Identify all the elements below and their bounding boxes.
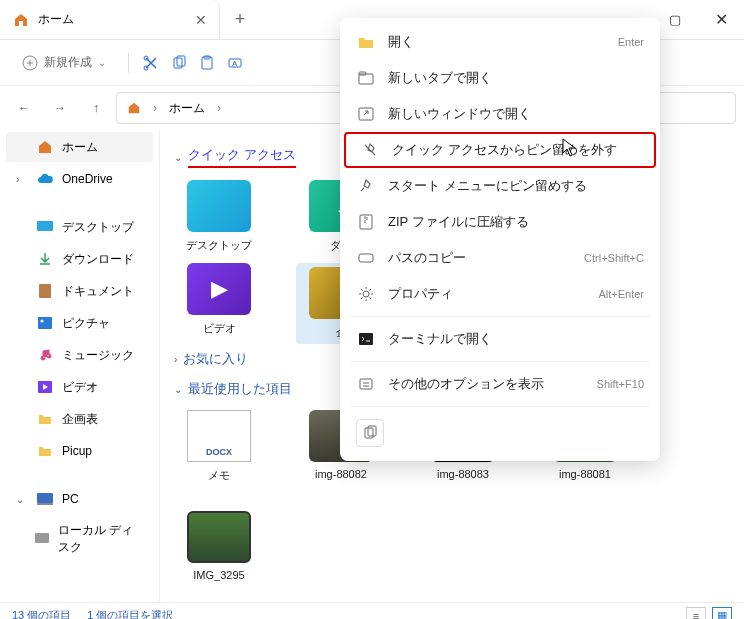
svg-point-13 (41, 320, 44, 323)
rename-icon[interactable]: A (225, 53, 245, 73)
file-item[interactable]: DOCX メモ (174, 410, 264, 483)
sidebar-item-home[interactable]: ホーム (6, 132, 153, 162)
properties-icon (356, 284, 376, 304)
forward-button[interactable]: → (44, 92, 76, 124)
sidebar-item-documents[interactable]: ドキュメント (6, 276, 153, 306)
home-icon (12, 11, 30, 29)
ctx-copy-path[interactable]: パスのコピー Ctrl+Shift+C (340, 240, 660, 276)
disk-icon (34, 530, 50, 548)
svg-rect-20 (359, 108, 373, 120)
sidebar-item-label: ビデオ (62, 379, 98, 396)
breadcrumb-label[interactable]: ホーム (169, 100, 205, 117)
tab-close-icon[interactable]: ✕ (195, 12, 207, 28)
chevron-right-icon: › (174, 354, 177, 365)
svg-rect-22 (359, 254, 373, 262)
sidebar-item-downloads[interactable]: ダウンロード (6, 244, 153, 274)
folder-icon (36, 410, 54, 428)
sidebar-item-label: ダウンロード (62, 251, 134, 268)
ctx-properties[interactable]: プロパティ Alt+Enter (340, 276, 660, 312)
file-item[interactable]: IMG_3295 (174, 511, 264, 581)
sidebar-item-folder[interactable]: 企画表 (6, 404, 153, 434)
open-folder-icon (356, 32, 376, 52)
sidebar-item-label: 企画表 (62, 411, 98, 428)
item-count: 13 個の項目 (12, 608, 71, 619)
zip-icon (356, 212, 376, 232)
chevron-right-icon[interactable]: › (16, 174, 28, 185)
sidebar: ホーム › OneDrive デスクトップ ダウンロード ドキュメント ピクチャ (0, 130, 160, 602)
more-options-icon (356, 374, 376, 394)
tab-title: ホーム (38, 11, 74, 28)
new-item-button[interactable]: 新規作成 ⌄ (12, 48, 116, 77)
icons-view-button[interactable]: ▦ (712, 607, 732, 620)
context-menu: 開く Enter 新しいタブで開く 新しいウィンドウで開く クイック アクセスか… (340, 18, 660, 461)
back-button[interactable]: ← (8, 92, 40, 124)
sidebar-item-disk[interactable]: ローカル ディスク (6, 516, 153, 562)
section-title: クイック アクセス (188, 146, 296, 168)
home-icon (36, 138, 54, 156)
up-button[interactable]: ↑ (80, 92, 112, 124)
video-folder-icon: ▶ (187, 263, 251, 315)
sidebar-item-videos[interactable]: ビデオ (6, 372, 153, 402)
sidebar-item-desktop[interactable]: デスクトップ (6, 212, 153, 242)
details-view-button[interactable]: ≡ (686, 607, 706, 620)
sidebar-item-folder[interactable]: Picup (6, 436, 153, 466)
sidebar-item-music[interactable]: ミュージック (6, 340, 153, 370)
status-bar: 13 個の項目 1 個の項目を選択 ≡ ▦ (0, 602, 744, 619)
sidebar-item-label: ドキュメント (62, 283, 134, 300)
image-thumbnail (187, 511, 251, 563)
ctx-unpin-quick-access[interactable]: クイック アクセスからピン留めを外す (344, 132, 656, 168)
section-title: 最近使用した項目 (188, 380, 292, 398)
sidebar-item-onedrive[interactable]: › OneDrive (6, 164, 153, 194)
chevron-down-icon: ⌄ (174, 384, 182, 395)
copy-path-icon (356, 248, 376, 268)
close-button[interactable]: ✕ (698, 0, 744, 39)
ctx-open-terminal[interactable]: ターミナルで開く (340, 321, 660, 357)
ctx-open[interactable]: 開く Enter (340, 24, 660, 60)
folder-item[interactable]: デスクトップ (174, 180, 264, 253)
download-icon (36, 250, 54, 268)
svg-rect-16 (37, 503, 53, 505)
terminal-icon (356, 329, 376, 349)
chevron-right-icon: › (217, 101, 221, 115)
sidebar-item-label: デスクトップ (62, 219, 134, 236)
svg-rect-15 (37, 493, 53, 503)
desktop-icon (36, 218, 54, 236)
video-icon (36, 378, 54, 396)
sidebar-item-label: ローカル ディスク (58, 522, 144, 556)
window-tab[interactable]: ホーム ✕ (0, 0, 220, 39)
cut-icon[interactable] (141, 53, 161, 73)
copy-icon[interactable] (169, 53, 189, 73)
ctx-pin-start[interactable]: スタート メニューにピン留めする (340, 168, 660, 204)
svg-rect-12 (38, 317, 52, 329)
sidebar-item-label: Picup (62, 444, 92, 458)
sidebar-item-pictures[interactable]: ピクチャ (6, 308, 153, 338)
sidebar-item-label: ミュージック (62, 347, 134, 364)
paste-icon[interactable] (197, 53, 217, 73)
ctx-open-new-window[interactable]: 新しいウィンドウで開く (340, 96, 660, 132)
svg-rect-21 (360, 215, 372, 229)
unpin-icon (360, 140, 380, 160)
picture-icon (36, 314, 54, 332)
ctx-compress-zip[interactable]: ZIP ファイルに圧縮する (340, 204, 660, 240)
folder-item[interactable]: ▶ ビデオ (174, 263, 264, 344)
new-window-icon (356, 104, 376, 124)
copy-button[interactable] (356, 419, 384, 447)
svg-rect-10 (37, 221, 53, 231)
ctx-mini-actions (340, 411, 660, 455)
cloud-icon (36, 170, 54, 188)
sidebar-item-label: OneDrive (62, 172, 113, 186)
chevron-down-icon[interactable]: ⌄ (16, 494, 28, 505)
ctx-show-more[interactable]: その他のオプションを表示 Shift+F10 (340, 366, 660, 402)
chevron-down-icon: ⌄ (174, 152, 182, 163)
new-tab-button[interactable]: + (220, 0, 260, 39)
sidebar-item-label: PC (62, 492, 79, 506)
separator (350, 316, 650, 317)
pin-icon (356, 176, 376, 196)
folder-icon (36, 442, 54, 460)
sidebar-item-pc[interactable]: ⌄ PC (6, 484, 153, 514)
docx-icon: DOCX (187, 410, 251, 462)
svg-rect-24 (359, 333, 373, 345)
home-icon (127, 101, 141, 115)
svg-rect-0 (19, 21, 23, 26)
ctx-open-new-tab[interactable]: 新しいタブで開く (340, 60, 660, 96)
